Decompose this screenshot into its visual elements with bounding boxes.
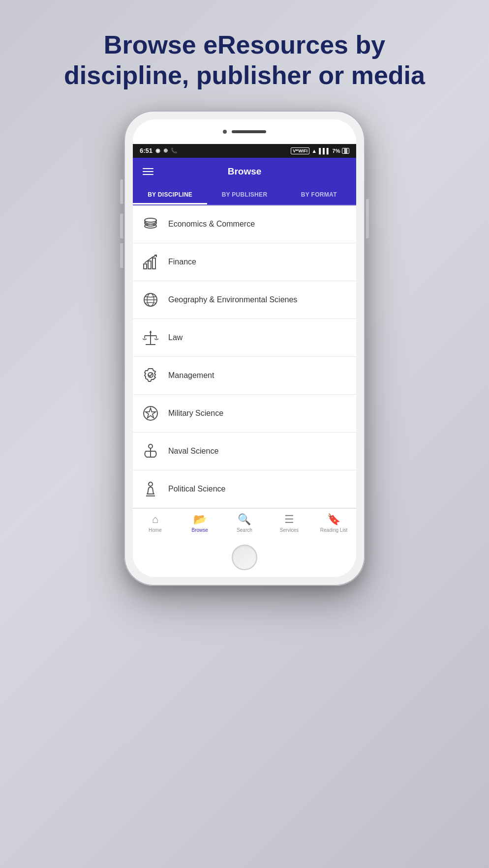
economics-label: Economics & Commerce	[168, 220, 255, 229]
finance-icon	[141, 252, 160, 272]
nav-services[interactable]: ☰ Services	[267, 509, 311, 538]
management-icon	[141, 366, 160, 385]
nav-search[interactable]: 🔍 Search	[222, 509, 267, 538]
browse-tabs: BY DISCIPLINE BY PUBLISHER BY FORMAT	[133, 185, 356, 205]
status-battery: 7%	[333, 148, 340, 154]
svg-rect-2	[144, 264, 147, 269]
nav-home-label: Home	[149, 527, 162, 533]
law-label: Law	[168, 333, 183, 342]
naval-label: Naval Science	[168, 447, 218, 456]
list-item[interactable]: Political Science	[133, 470, 356, 508]
svg-point-20	[149, 482, 153, 486]
nav-reading-list[interactable]: 🔖 Reading List	[311, 509, 356, 538]
tab-by-publisher[interactable]: BY PUBLISHER	[207, 185, 281, 204]
status-bar: 6:51 ◉ ⊕ 📞 VʷWIFI ▲ ▌▌▌ 7% ▓	[133, 144, 356, 158]
geography-icon	[141, 290, 160, 310]
political-label: Political Science	[168, 485, 226, 493]
nav-home[interactable]: ⌂ Home	[133, 509, 178, 538]
phone-home-button-area	[133, 538, 356, 577]
services-icon: ☰	[284, 513, 294, 526]
svg-point-0	[145, 218, 156, 222]
svg-point-17	[149, 444, 153, 448]
svg-marker-16	[146, 408, 156, 418]
military-label: Military Science	[168, 409, 223, 418]
discipline-list: Economics & Commerce Finance	[133, 205, 356, 508]
tab-by-discipline[interactable]: BY DISCIPLINE	[133, 185, 207, 204]
list-item[interactable]: Military Science	[133, 395, 356, 433]
military-icon	[141, 404, 160, 423]
earpiece-speaker	[232, 130, 266, 133]
status-icon-signal1: ◉	[155, 147, 160, 154]
status-icon-phone: 📞	[171, 147, 178, 154]
page-headline: Browse eResources by discipline, publish…	[25, 0, 464, 111]
search-icon: 🔍	[238, 513, 251, 526]
political-icon	[141, 479, 160, 499]
phone-device: 6:51 ◉ ⊕ 📞 VʷWIFI ▲ ▌▌▌ 7% ▓ Browse	[124, 111, 365, 586]
status-wifi-label: VʷWIFI	[291, 147, 309, 154]
nav-browse-label: Browse	[192, 527, 208, 533]
list-item[interactable]: Finance	[133, 243, 356, 281]
finance-label: Finance	[168, 258, 196, 266]
status-battery-icon: ▓	[342, 148, 349, 154]
naval-icon	[141, 441, 160, 461]
nav-search-label: Search	[237, 527, 252, 533]
home-button[interactable]	[232, 545, 257, 570]
list-item[interactable]: Management	[133, 357, 356, 395]
status-icon-signal2: ⊕	[163, 147, 168, 154]
list-item[interactable]: Naval Science	[133, 433, 356, 470]
bottom-navigation: ⌂ Home 📂 Browse 🔍 Search ☰ Services 🔖 Re…	[133, 508, 356, 538]
economics-icon	[141, 214, 160, 234]
list-item[interactable]: Law	[133, 319, 356, 357]
status-wifi-icon: ▲	[311, 148, 317, 154]
svg-rect-4	[153, 258, 155, 269]
nav-reading-label: Reading List	[320, 527, 348, 533]
header-title: Browse	[228, 166, 262, 177]
svg-point-13	[150, 331, 152, 333]
tab-by-format[interactable]: BY FORMAT	[282, 185, 356, 204]
app-header: Browse	[133, 158, 356, 185]
hamburger-menu-button[interactable]	[141, 166, 155, 177]
phone-top-notch	[133, 119, 356, 144]
svg-rect-3	[148, 261, 151, 269]
front-camera	[223, 130, 227, 134]
nav-browse[interactable]: 📂 Browse	[178, 509, 222, 538]
reading-list-icon: 🔖	[327, 513, 340, 526]
law-icon	[141, 328, 160, 347]
management-label: Management	[168, 371, 214, 380]
list-item[interactable]: Economics & Commerce	[133, 205, 356, 243]
status-signal-bars: ▌▌▌	[319, 148, 330, 154]
status-time: 6:51	[140, 147, 153, 154]
browse-icon: 📂	[193, 513, 207, 526]
nav-services-label: Services	[280, 527, 299, 533]
home-icon: ⌂	[152, 513, 158, 526]
list-item[interactable]: Geography & Environmental Scienes	[133, 281, 356, 319]
geography-label: Geography & Environmental Scienes	[168, 295, 297, 304]
